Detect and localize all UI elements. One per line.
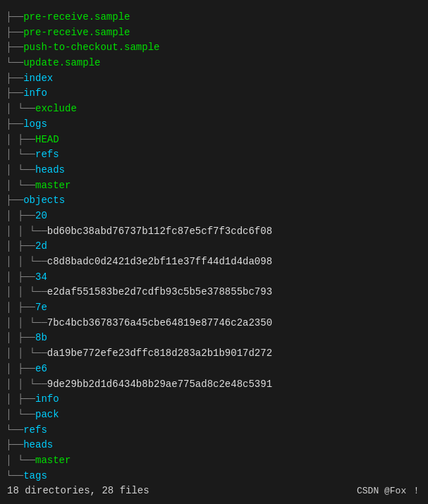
list-item: │ └── master	[6, 178, 422, 194]
list-item: │ ├── 20	[6, 209, 422, 224]
brand-text: CSDN @Fox ！	[357, 484, 421, 497]
status-bar: 18 directories, 28 files CSDN @Fox ！	[0, 483, 428, 498]
list-item: ├── pre-receive.sample	[6, 10, 422, 25]
list-item: │ ├── e6	[6, 362, 422, 377]
list-item: │ │ └── da19be772efe23dffc818d283a2b1b90…	[6, 346, 422, 362]
terminal: ├── pre-receive.sample ├── pre-receive.s…	[0, 0, 428, 504]
list-item: └── refs	[6, 423, 422, 438]
list-item: │ └── exclude	[6, 102, 422, 117]
tree-view: ├── pre-receive.sample ├── pre-receive.s…	[6, 7, 422, 486]
list-item: ├── push-to-checkout.sample	[6, 40, 422, 56]
list-item: │ ├── 7e	[6, 300, 422, 316]
list-item: │ ├── HEAD	[6, 133, 422, 148]
list-item: ├── pre-receive.sample	[6, 25, 422, 41]
list-item: │ └── master	[6, 453, 422, 469]
list-item: │ │ └── bd60bc38abd76737b112fc87e5cf7f3c…	[6, 224, 422, 240]
list-item: │ └── refs	[6, 147, 422, 163]
list-item: │ └── pack	[6, 407, 422, 423]
list-item: │ ├── 8b	[6, 331, 422, 346]
list-item: │ │ └── e2daf551583be2d7cdfb93c5b5e37885…	[6, 285, 422, 300]
list-item: └── tags	[6, 469, 422, 484]
list-item: ├── objects	[6, 193, 422, 209]
list-item: │ │ └── 9de29bb2d1d6434b8b29ae775ad8c2e4…	[6, 377, 422, 393]
list-item: │ └── heads	[6, 163, 422, 178]
list-item: │ │ └── c8d8badc0d2421d3e2bf11e37ff44d1d…	[6, 254, 422, 270]
list-item: └── update.sample	[6, 56, 422, 71]
list-item: ├── info	[6, 86, 422, 102]
list-item: ├── heads	[6, 438, 422, 453]
list-item: │ ├── info	[6, 392, 422, 407]
list-item: │ │ └── 7bc4bcb3678376a45cbe64819e87746c…	[6, 316, 422, 331]
list-item: ├── logs	[6, 117, 422, 133]
list-item: ├── index	[6, 71, 422, 87]
list-item: │ ├── 2d	[6, 239, 422, 254]
summary-text: 18 directories, 28 files	[7, 485, 149, 496]
list-item: │ ├── 34	[6, 270, 422, 285]
